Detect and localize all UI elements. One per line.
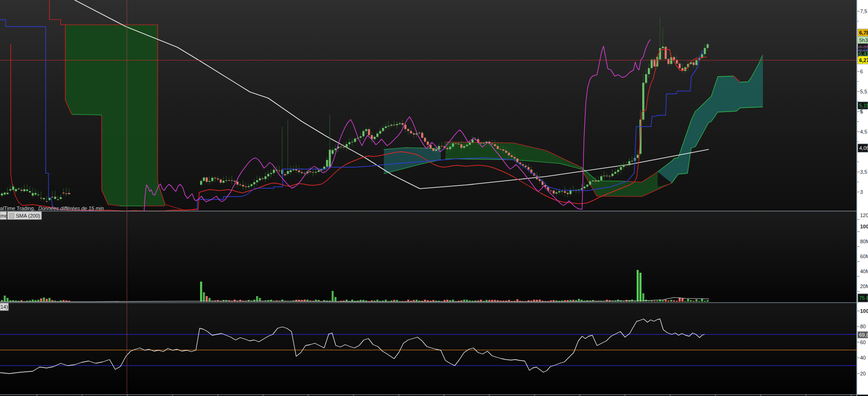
svg-text:120: 120 — [860, 212, 868, 218]
svg-text:20M: 20M — [860, 283, 868, 289]
svg-text:4,05: 4,05 — [859, 145, 868, 151]
svg-text:Données différées de 15 min: Données différées de 15 min — [38, 205, 104, 211]
svg-text:5,15: 5,15 — [859, 103, 868, 108]
svg-text:80M: 80M — [860, 239, 868, 244]
svg-text:3,5: 3,5 — [860, 169, 867, 175]
svg-text:69,8: 69,8 — [859, 332, 868, 338]
svg-text:4,5: 4,5 — [860, 129, 867, 134]
svg-text:5h38: 5h38 — [859, 37, 868, 43]
svg-text:me: me — [0, 213, 7, 219]
svg-text:40M: 40M — [860, 269, 868, 274]
svg-text:75 8: 75 8 — [859, 295, 868, 301]
svg-text:6,27: 6,27 — [859, 57, 868, 63]
svg-text:6,78: 6,78 — [859, 30, 868, 35]
svg-text:6,41: 6,41 — [859, 51, 868, 57]
svg-text:80: 80 — [860, 324, 866, 329]
svg-text:7,5: 7,5 — [860, 8, 867, 14]
svg-text:SMA (200): SMA (200) — [16, 213, 40, 219]
svg-text:60: 60 — [860, 339, 866, 345]
svg-text:100: 100 — [860, 224, 868, 229]
svg-text:5,5: 5,5 — [860, 89, 867, 94]
svg-text:5: 5 — [860, 109, 863, 114]
svg-text:100: 100 — [860, 308, 868, 314]
svg-text:20: 20 — [860, 371, 866, 376]
svg-text:3: 3 — [860, 189, 863, 195]
svg-text:14): 14) — [0, 304, 8, 310]
svg-text:6: 6 — [860, 69, 863, 74]
svg-text:40: 40 — [860, 355, 866, 361]
svg-text:60M: 60M — [860, 254, 868, 259]
svg-text:RealTime Trading.: RealTime Trading. — [0, 205, 35, 211]
